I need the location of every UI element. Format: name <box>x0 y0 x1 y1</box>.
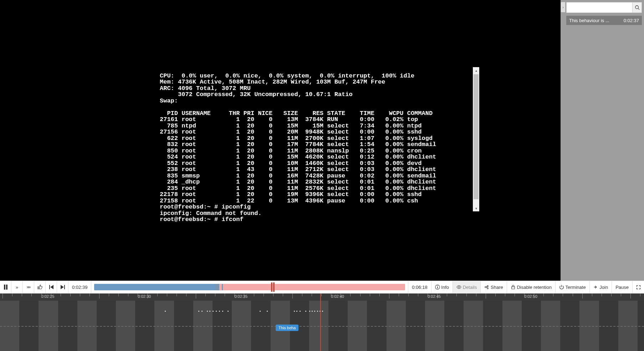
scroll-down-icon[interactable]: ▾ <box>473 205 479 211</box>
timeline-body[interactable] <box>0 301 644 351</box>
svg-rect-7 <box>64 285 65 289</box>
info-label: Info <box>441 285 449 290</box>
total-time: 0:06:18 <box>408 281 431 293</box>
fast-forward-button[interactable]: » <box>11 281 23 293</box>
info-icon <box>435 285 440 290</box>
process-row: 27158 root 1 22 0 13M 4396K pause 0:00 0… <box>160 197 418 204</box>
share-button[interactable]: Share <box>481 281 507 293</box>
recording-viewport: CPU: 0.0% user, 0.0% nice, 0.0% system, … <box>0 0 561 281</box>
prompt-line: root@freebsd:~ # ipconfig <box>160 204 251 210</box>
mem-line: Mem: 4736K Active, 508M Inact, 282M Wire… <box>160 79 385 85</box>
behaviour-label: This behaviour is ... <box>569 18 609 23</box>
lock-icon <box>511 285 516 290</box>
svg-rect-4 <box>49 285 50 289</box>
skip-back-button[interactable] <box>46 281 57 293</box>
process-row: 850 root 1 20 0 11M 2808K nanslp 0:25 0.… <box>160 147 422 154</box>
ruler-label: 0:02:30 <box>138 294 151 299</box>
disable-retention-label: Disable retention <box>517 285 552 290</box>
share-icon <box>484 285 489 290</box>
process-row: 552 root 1 20 0 10M 1460K select 0:03 0.… <box>160 160 422 167</box>
pause-button[interactable] <box>0 281 11 293</box>
eye-icon <box>456 285 461 290</box>
scroll-up-icon[interactable]: ▴ <box>473 67 479 74</box>
join-icon <box>593 285 598 290</box>
process-row: 622 root 1 20 0 11M 2700K select 1:07 0.… <box>160 135 433 142</box>
details-label: Details <box>463 285 477 290</box>
timeline-chip-label: This beha <box>278 326 296 330</box>
timeline-event-dot <box>300 311 301 312</box>
progress-segment <box>215 284 219 290</box>
timeline-event-dot <box>207 311 208 312</box>
skip-back-icon <box>49 285 53 289</box>
timeline-dashed-line <box>0 326 644 327</box>
progress-track[interactable] <box>91 281 408 293</box>
ruler-label: 0:02:35 <box>234 294 247 299</box>
details-button[interactable]: Details <box>453 281 481 293</box>
timeline-event-dot <box>317 311 318 312</box>
search-icon <box>635 5 640 10</box>
svg-point-11 <box>458 286 460 288</box>
thumbs-up-button[interactable] <box>34 281 46 293</box>
process-header: PID USERNAME THR PRI NICE SIZE RES STATE… <box>160 110 433 117</box>
scrollbar-thumb[interactable] <box>474 74 479 199</box>
terminal-scrollbar[interactable]: ▴ ▾ <box>473 67 479 211</box>
progress-bar[interactable] <box>94 284 405 290</box>
join-button[interactable]: Join <box>590 281 612 293</box>
process-row: 238 root 1 43 0 11M 2712K select 0:03 0.… <box>160 166 436 173</box>
svg-rect-9 <box>437 287 438 288</box>
progress-fill <box>94 284 219 290</box>
svg-marker-6 <box>61 285 64 289</box>
cpu-line: CPU: 0.0% user, 0.0% nice, 0.0% system, … <box>160 72 414 79</box>
timeline-behaviour-chip[interactable]: This beha <box>276 325 298 331</box>
terminate-button[interactable]: Terminate <box>556 281 590 293</box>
playback-toolbar: » »» 0:02:39 0:06:18 Info Details Share <box>0 281 644 294</box>
process-row: 27161 root 1 20 0 13M 3784K RUN 0:00 0.0… <box>160 116 418 123</box>
process-row: 284 _dhcp 1 20 0 11M 2832K select 0:01 0… <box>160 179 436 185</box>
ruler-label: 0:02:40 <box>331 294 344 299</box>
share-label: Share <box>491 285 503 290</box>
timeline-ruler[interactable]: 0:02:250:02:300:02:350:02:400:02:450:02:… <box>0 294 644 301</box>
arc-line1: ARC: 4096 Total, 3072 MRU <box>160 85 251 92</box>
fast-forward-2x-button[interactable]: »» <box>23 281 34 293</box>
search-box <box>566 2 642 13</box>
timeline-event-dot <box>228 311 229 312</box>
svg-point-10 <box>437 286 438 286</box>
timeline-event-dot <box>260 311 261 312</box>
pause-icon <box>4 285 8 290</box>
ruler-label: 0:02:50 <box>524 294 537 299</box>
timeline-event-dot <box>294 311 295 312</box>
current-time: 0:02:39 <box>68 281 91 293</box>
process-row: 832 root 1 20 0 17M 7784K select 1:54 0.… <box>160 141 436 148</box>
fullscreen-button[interactable] <box>633 281 644 293</box>
error-line: ipconfig: Command not found. <box>160 210 262 217</box>
ruler-label: 0:02:25 <box>41 294 55 299</box>
process-row: 235 root 1 20 0 11M 2576K select 0:01 0.… <box>160 185 436 192</box>
behaviour-time: 0:02:37 <box>624 18 639 23</box>
timeline-event-dot <box>209 311 210 312</box>
disable-retention-button[interactable]: Disable retention <box>507 281 556 293</box>
power-icon <box>559 285 564 290</box>
chevron-right-icon: › <box>562 5 564 9</box>
svg-marker-5 <box>50 285 53 289</box>
pause-text-button[interactable]: Pause <box>612 281 633 293</box>
process-row: 835 smmsp 1 20 0 16M 7428K pause 0:02 0.… <box>160 172 436 179</box>
timeline[interactable]: 0:02:250:02:300:02:350:02:400:02:450:02:… <box>0 294 644 351</box>
skip-forward-button[interactable] <box>57 281 68 293</box>
timeline-event-dot <box>267 311 268 312</box>
prompt-current: root@freebsd:~ # ifconf <box>160 216 244 223</box>
terminate-label: Terminate <box>566 285 586 290</box>
search-button[interactable] <box>632 2 642 12</box>
timeline-event-dot <box>213 311 214 312</box>
fast-forward-2x-icon: »» <box>27 285 30 290</box>
svg-point-0 <box>635 6 638 9</box>
sidebar-collapse-button[interactable]: › <box>561 2 566 12</box>
info-button[interactable]: Info <box>431 281 453 293</box>
process-row: 27156 root 1 20 0 20M 9948K select 0:00 … <box>160 129 422 135</box>
svg-rect-3 <box>6 285 7 290</box>
behaviour-list-item[interactable]: This behaviour is ... 0:02:37 <box>566 16 642 25</box>
timeline-event-dot <box>309 311 310 312</box>
progress-playhead[interactable] <box>271 282 275 292</box>
join-label: Join <box>599 285 608 290</box>
search-input[interactable] <box>567 2 632 12</box>
timeline-playhead[interactable] <box>320 294 321 351</box>
